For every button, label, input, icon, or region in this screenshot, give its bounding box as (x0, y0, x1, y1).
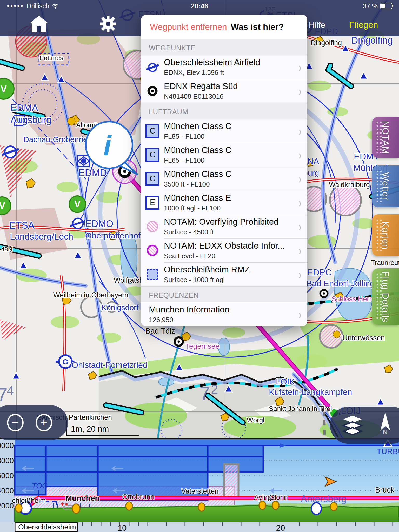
remove-waypoint-button[interactable]: Wegpunkt entfernen (150, 22, 227, 32)
map-overlay-controls: N (330, 407, 399, 444)
svg-text:48N: 48N (1, 246, 12, 253)
svg-text:Königsdorf: Königsdorf (101, 303, 139, 312)
chevron-right-icon: › (299, 60, 301, 74)
svg-text:Bruck: Bruck (375, 486, 395, 494)
svg-text:Dachau-Grobenried: Dachau-Grobenried (23, 135, 92, 144)
elevation-profile[interactable]: TOC TURBU chleißheim München Ottobrunn V… (0, 438, 399, 532)
svg-text:Waldkraiburg: Waldkraiburg (329, 181, 370, 189)
svg-text:Dingolfing: Dingolfing (311, 39, 342, 47)
distance-tick-20: 20 (276, 523, 285, 532)
zoom-in-button[interactable]: + (36, 414, 52, 431)
svg-text:Ottobrunn: Ottobrunn (122, 493, 155, 501)
layers-button[interactable] (342, 416, 363, 435)
result-row-user-waypoint[interactable]: EDNX Regatta Süd N481408 E0113016 › (141, 79, 307, 103)
tab-flug-details[interactable]: Flug Details (372, 268, 399, 325)
svg-text:7: 7 (0, 384, 8, 405)
svg-text:Tegernsee: Tegernsee (185, 342, 220, 350)
status-bar: ●●●●● Drillisch 20:46 37 % (0, 0, 399, 12)
svg-text:10000: 10000 (0, 441, 14, 450)
svg-text:N: N (383, 429, 387, 435)
app-screen: V V V G ETSN Neuburg ETSI (0, 0, 399, 532)
popup-header: Wegpunkt entfernen Was ist hier? (141, 15, 307, 39)
chevron-right-icon: › (299, 196, 301, 210)
frequency-row[interactable]: Munchen Information 126,950 › (141, 302, 307, 326)
tab-wetter[interactable]: Wetter (372, 165, 399, 207)
rmz-area-icon (147, 269, 158, 280)
waypoint-bullseye-icon (146, 84, 159, 98)
airspace-class-icon: C (145, 148, 159, 162)
svg-text:Pöttmes: Pöttmes (39, 54, 63, 62)
section-header-wegpunkte: WEGPUNKTE (141, 39, 307, 55)
battery-icon (380, 3, 392, 9)
map-scale: 1m, 20 nm (66, 420, 139, 436)
svg-text:LOIK: LOIK (276, 377, 295, 386)
svg-text:EDMD: EDMD (78, 168, 107, 178)
airspace-class-icon: C (145, 172, 159, 186)
airspace-row[interactable]: C München Class C 3500 ft - FL100 › (141, 167, 307, 191)
svg-text:EDMA: EDMA (10, 103, 38, 113)
svg-text:8000: 8000 (0, 456, 14, 465)
battery-percent: 37 % (363, 2, 378, 10)
zoom-out-button[interactable]: − (7, 414, 24, 431)
svg-text:Bad Tölz: Bad Tölz (145, 327, 175, 335)
what-is-here-popup: Wegpunkt entfernen Was ist hier? WEGPUNK… (141, 15, 307, 326)
home-button[interactable] (29, 15, 49, 33)
rmz-row[interactable]: Oberschleißheim RMZ Surface - 1000 ft ag… (141, 262, 307, 286)
notam-row[interactable]: NOTAM: Overflying Prohibited Surface - 4… (141, 215, 307, 238)
section-header-frequenzen: FREQUENZEN (141, 286, 307, 302)
airspace-row[interactable]: C München Class C FL85 - FL100 › (141, 119, 307, 143)
airfield-icon (146, 60, 159, 74)
svg-text:EDPC: EDPC (307, 267, 331, 277)
svg-text:Dingolfing: Dingolfing (351, 35, 393, 46)
svg-text:Oberpfaffenhofen: Oberpfaffenhofen (85, 231, 150, 240)
svg-text:Sankt Johann in Tirol: Sankt Johann in Tirol (269, 405, 332, 413)
svg-text:V: V (74, 199, 81, 209)
svg-text:7: 7 (200, 383, 210, 404)
chevron-right-icon: › (299, 307, 301, 322)
svg-text:chleißheim: chleißheim (12, 497, 46, 504)
profile-plot: TOC TURBU chleißheim München Ottobrunn V… (0, 438, 399, 532)
svg-text:G: G (62, 357, 68, 366)
svg-text:6000: 6000 (0, 471, 14, 480)
svg-text:Augsburg: Augsburg (10, 115, 51, 125)
svg-text:Kufstein-Langkampfen: Kufstein-Langkampfen (269, 387, 352, 397)
chevron-right-icon: › (299, 172, 301, 186)
notam-row[interactable]: NOTAM: EDXX Obstacle Infor... Sea Level … (141, 238, 307, 262)
tab-karten[interactable]: Karten (372, 214, 399, 256)
airspace-row[interactable]: E München Class E 1000 ft agl - FL100 › (141, 191, 307, 215)
airspace-class-icon: E (145, 196, 159, 210)
chevron-right-icon: › (299, 124, 301, 138)
turbulence-label: TURBU (377, 447, 399, 456)
svg-text:Weilheim in Oberbayern: Weilheim in Oberbayern (53, 291, 128, 299)
svg-text:Vaterstetten: Vaterstetten (181, 487, 219, 495)
zoom-controls: − + (0, 405, 68, 440)
help-button[interactable]: Hilfe (309, 20, 325, 30)
settings-gear-button[interactable] (99, 15, 117, 33)
toc-label: TOC (32, 482, 48, 490)
popup-title: Was ist hier? (231, 22, 284, 32)
svg-text:Glonn: Glonn (269, 494, 288, 501)
svg-text:ETSA: ETSA (9, 220, 35, 231)
result-row-airfield[interactable]: Oberschleissheim Airfield EDNX, Elev 1.5… (141, 55, 307, 79)
airspace-class-icon: C (145, 124, 159, 138)
chevron-right-icon: › (299, 148, 301, 162)
svg-text:2000: 2000 (0, 502, 14, 510)
origin-airfield-box: Oberschleissheim (18, 523, 76, 531)
svg-text:V: V (0, 200, 5, 211)
svg-text:Wörgl: Wörgl (247, 416, 264, 424)
svg-text:V: V (1, 84, 7, 94)
svg-text:München: München (65, 494, 100, 502)
svg-text:Unterwössen: Unterwössen (342, 334, 385, 342)
compass-north-button[interactable]: N (379, 411, 391, 435)
tab-notam[interactable]: NOTAM (372, 117, 399, 158)
svg-text:Aying: Aying (254, 494, 271, 501)
fly-button[interactable]: Fliegen (349, 20, 378, 30)
svg-text:2: 2 (211, 382, 218, 396)
svg-text:Ohlstadt-Pometzried: Ohlstadt-Pometzried (72, 360, 148, 370)
svg-text:4: 4 (7, 384, 14, 397)
svg-text:EDMO: EDMO (85, 218, 113, 229)
airspace-row[interactable]: C München Class C FL65 - FL100 › (141, 143, 307, 167)
chevron-right-icon: › (299, 84, 301, 98)
svg-text:Traunreut: Traunreut (371, 259, 399, 267)
chevron-right-icon: › (299, 243, 301, 258)
